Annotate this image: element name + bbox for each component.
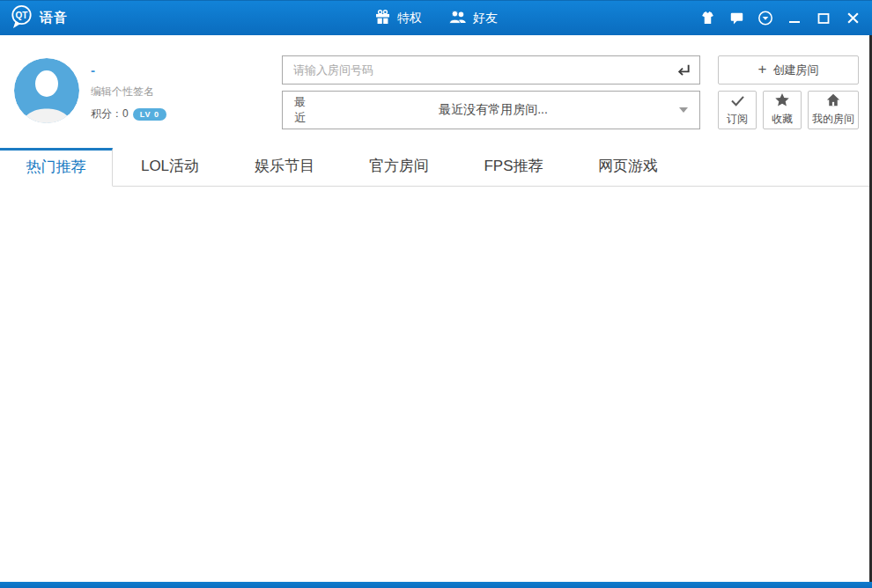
star-icon <box>775 93 789 110</box>
enter-icon[interactable] <box>675 62 691 82</box>
plus-icon: + <box>758 62 767 77</box>
points-value: 积分：0 <box>91 107 129 121</box>
app-logo: QT 语音 <box>0 4 68 33</box>
subscribe-button[interactable]: 订阅 <box>718 91 757 129</box>
category-tabbar: 热门推荐 LOL活动 娱乐节目 官方房间 FPS推荐 网页游戏 <box>0 148 869 187</box>
check-icon <box>730 94 745 110</box>
my-room-label: 我的房间 <box>812 112 854 127</box>
message-icon[interactable] <box>728 11 744 26</box>
create-room-button[interactable]: + 创建房间 <box>718 55 859 85</box>
menu-circle-icon[interactable] <box>757 11 773 26</box>
recent-rooms-dropdown[interactable]: 最近 最近没有常用房间... <box>282 91 700 129</box>
titlebar-controls <box>699 11 872 26</box>
recent-tab-label: 最近 <box>294 94 307 126</box>
room-list-content <box>0 187 869 582</box>
minimize-icon[interactable] <box>787 11 802 26</box>
tab-fps-recommend[interactable]: FPS推荐 <box>456 148 571 187</box>
edit-signature-link[interactable]: 编辑个性签名 <box>91 85 166 99</box>
gift-icon <box>374 9 391 28</box>
quick-buttons: 订阅 收藏 <box>718 91 859 129</box>
close-icon[interactable] <box>845 11 861 26</box>
titlebar: QT 语音 特权 <box>0 0 872 35</box>
header: - 编辑个性签名 积分：0 LV 0 <box>0 35 869 148</box>
tab-lol-events[interactable]: LOL活动 <box>113 148 227 187</box>
privilege-label: 特权 <box>397 11 422 26</box>
create-room-label: 创建房间 <box>772 62 818 78</box>
nickname: - <box>91 62 166 77</box>
tab-entertainment[interactable]: 娱乐节目 <box>227 148 342 187</box>
caret-down-icon <box>679 107 688 113</box>
level-badge: LV 0 <box>133 108 166 121</box>
room-actions: + 创建房间 订阅 <box>718 55 859 148</box>
friends-button[interactable]: 好友 <box>448 9 498 28</box>
maximize-icon[interactable] <box>816 11 831 26</box>
favorite-label: 收藏 <box>772 112 793 127</box>
recent-rooms-text: 最近没有常用房间... <box>307 102 679 118</box>
subscribe-label: 订阅 <box>727 112 748 127</box>
room-input-row <box>282 55 700 85</box>
tabbar-filler <box>685 148 869 187</box>
room-number-input[interactable] <box>282 55 700 85</box>
favorite-button[interactable]: 收藏 <box>763 91 802 129</box>
svg-text:QT: QT <box>16 11 28 20</box>
tab-web-games[interactable]: 网页游戏 <box>571 148 685 187</box>
tab-hot-recommend[interactable]: 热门推荐 <box>0 148 113 187</box>
home-icon <box>826 93 840 110</box>
room-panel: 最近 最近没有常用房间... <box>282 55 700 148</box>
user-info: - 编辑个性签名 积分：0 LV 0 <box>91 58 166 148</box>
privilege-button[interactable]: 特权 <box>374 9 422 28</box>
avatar[interactable] <box>14 58 79 123</box>
user-panel: - 编辑个性签名 积分：0 LV 0 <box>0 35 282 148</box>
friends-label: 好友 <box>473 11 498 26</box>
app-window: QT 语音 特权 <box>0 0 872 588</box>
main-area: - 编辑个性签名 积分：0 LV 0 <box>0 35 872 582</box>
people-icon <box>448 9 467 27</box>
titlebar-center: 特权 好友 <box>374 9 498 28</box>
points-row: 积分：0 LV 0 <box>91 107 166 121</box>
qt-bubble-icon: QT <box>10 4 33 33</box>
app-title: 语音 <box>40 10 68 26</box>
my-room-button[interactable]: 我的房间 <box>808 91 859 129</box>
dressup-icon[interactable] <box>699 11 715 26</box>
tab-official-rooms[interactable]: 官方房间 <box>342 148 456 187</box>
window-bottom-edge <box>0 582 872 588</box>
